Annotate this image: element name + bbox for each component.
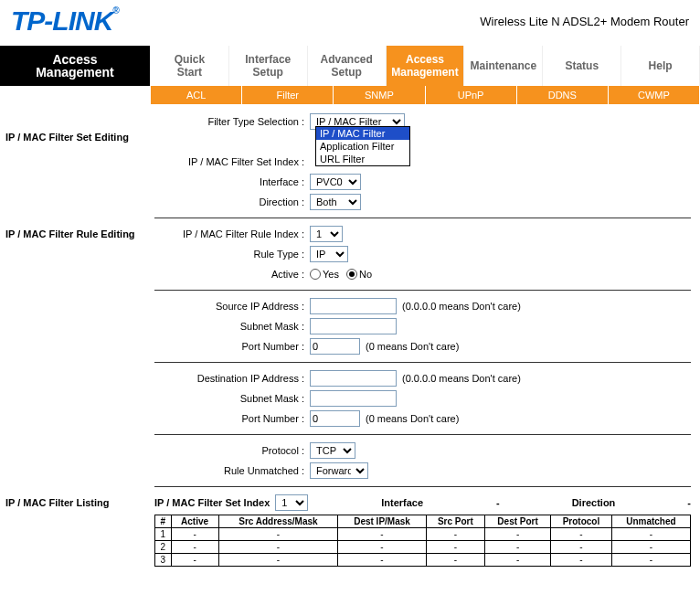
subnav-upnp[interactable]: UPnP	[426, 86, 517, 104]
table-row: 1-------	[155, 528, 691, 541]
table-cell: -	[171, 541, 218, 554]
src-mask-input[interactable]	[310, 318, 397, 334]
nav-advanced-setup[interactable]: AdvancedSetup	[308, 46, 387, 86]
th-protocol: Protocol	[551, 515, 612, 528]
listing-direction-label: Direction	[505, 497, 683, 508]
table-cell: -	[171, 554, 218, 567]
table-cell: -	[218, 528, 338, 541]
sub-nav: ACL Filter SNMP UPnP DDNS CWMP	[151, 86, 700, 104]
label-src-port: Port Number :	[154, 341, 310, 352]
rule-type-select[interactable]: IP	[310, 246, 348, 262]
th-active: Active	[171, 515, 218, 528]
hint-src-port: (0 means Don't care)	[366, 341, 459, 352]
direction-select[interactable]: Both	[310, 194, 361, 210]
active-no-label: No	[359, 269, 372, 280]
table-cell: 1	[155, 528, 172, 541]
option-url-filter[interactable]: URL Filter	[316, 153, 409, 165]
label-unmatched: Rule Unmatched :	[154, 465, 310, 476]
active-no-radio[interactable]	[346, 269, 357, 280]
src-port-input[interactable]	[310, 338, 360, 355]
listing-title: IP / MAC Filter Set Index	[154, 497, 270, 508]
label-interface: Interface :	[154, 176, 310, 187]
table-cell: -	[338, 528, 426, 541]
label-active: Active :	[154, 269, 310, 280]
nav-maintenance[interactable]: Maintenance	[464, 46, 543, 86]
main-nav: AccessManagement QuickStart InterfaceSet…	[0, 46, 700, 86]
listing-direction-val: -	[687, 497, 691, 508]
nav-help[interactable]: Help	[621, 46, 700, 86]
nav-section-title: AccessManagement	[0, 46, 151, 86]
label-filter-type: Filter Type Selection :	[154, 116, 310, 127]
th-src: Src Address/Mask	[218, 515, 338, 528]
table-cell: -	[218, 554, 338, 567]
table-cell: 2	[155, 541, 172, 554]
rule-index-select[interactable]: 1	[310, 226, 343, 242]
th-dst: Dest IP/Mask	[338, 515, 426, 528]
th-srcport: Src Port	[426, 515, 484, 528]
table-header-row: # Active Src Address/Mask Dest IP/Mask S…	[155, 515, 691, 528]
table-cell: -	[611, 554, 690, 567]
active-yes-radio[interactable]	[310, 269, 321, 280]
label-direction: Direction :	[154, 196, 310, 207]
table-cell: -	[218, 541, 338, 554]
subnav-cwmp[interactable]: CWMP	[609, 86, 700, 104]
table-cell: -	[485, 528, 551, 541]
logo: TP-LINK®	[11, 5, 119, 37]
table-cell: -	[485, 541, 551, 554]
protocol-select[interactable]: TCP	[310, 442, 355, 459]
th-num: #	[155, 515, 172, 528]
option-application-filter[interactable]: Application Filter	[316, 140, 409, 153]
label-dst-port: Port Number :	[154, 413, 310, 424]
sidebar-rule-editing: IP / MAC Filter Rule Editing	[5, 228, 145, 239]
sidebar-set-editing: IP / MAC Filter Set Editing	[5, 132, 145, 143]
hint-dst-port: (0 means Don't care)	[366, 413, 459, 424]
label-src-mask: Subnet Mask :	[154, 321, 310, 332]
hint-dst-ip: (0.0.0.0 means Don't care)	[402, 373, 521, 384]
label-src-ip: Source IP Address :	[154, 301, 310, 312]
table-cell: -	[485, 554, 551, 567]
dst-ip-input[interactable]	[310, 370, 397, 387]
table-cell: -	[338, 541, 426, 554]
dst-mask-input[interactable]	[310, 390, 397, 407]
unmatched-select[interactable]: Forward	[310, 462, 368, 479]
th-unmatched: Unmatched	[611, 515, 690, 528]
sidebar: IP / MAC Filter Set Editing IP / MAC Fil…	[0, 104, 151, 574]
table-cell: -	[426, 554, 484, 567]
label-dst-ip: Destination IP Address :	[154, 373, 310, 384]
filter-type-dropdown[interactable]: IP / MAC Filter Application Filter URL F…	[315, 126, 410, 166]
dst-port-input[interactable]	[310, 410, 360, 427]
table-cell: -	[426, 541, 484, 554]
nav-status[interactable]: Status	[543, 46, 621, 86]
table-cell: -	[551, 528, 612, 541]
subnav-ddns[interactable]: DDNS	[517, 86, 609, 104]
table-cell: -	[611, 528, 690, 541]
label-rule-type: Rule Type :	[154, 249, 310, 260]
table-row: 2-------	[155, 541, 691, 554]
nav-access-management[interactable]: AccessManagement	[387, 46, 465, 86]
table-cell: -	[611, 541, 690, 554]
listing-index-select[interactable]: 1	[275, 494, 308, 511]
header: TP-LINK® Wireless Lite N ADSL2+ Modem Ro…	[0, 0, 700, 46]
subnav-snmp[interactable]: SNMP	[334, 86, 425, 104]
filter-listing-table: # Active Src Address/Mask Dest IP/Mask S…	[154, 515, 691, 567]
table-cell: -	[338, 554, 426, 567]
table-cell: -	[551, 541, 612, 554]
subnav-acl[interactable]: ACL	[151, 86, 242, 104]
table-cell: -	[171, 528, 218, 541]
hint-src-ip: (0.0.0.0 means Don't care)	[402, 301, 521, 312]
subnav-filter[interactable]: Filter	[242, 86, 334, 104]
listing-interface-label: Interface	[313, 497, 491, 508]
option-ip-mac-filter[interactable]: IP / MAC Filter	[316, 127, 409, 140]
table-cell: -	[426, 528, 484, 541]
label-protocol: Protocol :	[154, 445, 310, 456]
nav-quick-start[interactable]: QuickStart	[151, 46, 229, 86]
label-set-index: IP / MAC Filter Set Index :	[154, 156, 310, 167]
active-yes-label: Yes	[323, 269, 339, 280]
table-cell: -	[551, 554, 612, 567]
nav-interface-setup[interactable]: InterfaceSetup	[229, 46, 308, 86]
label-dst-mask: Subnet Mask :	[154, 393, 310, 404]
src-ip-input[interactable]	[310, 298, 397, 314]
content: Filter Type Selection : IP / MAC Filter …	[151, 104, 700, 574]
table-cell: 3	[155, 554, 172, 567]
interface-select[interactable]: PVC0	[310, 174, 361, 190]
